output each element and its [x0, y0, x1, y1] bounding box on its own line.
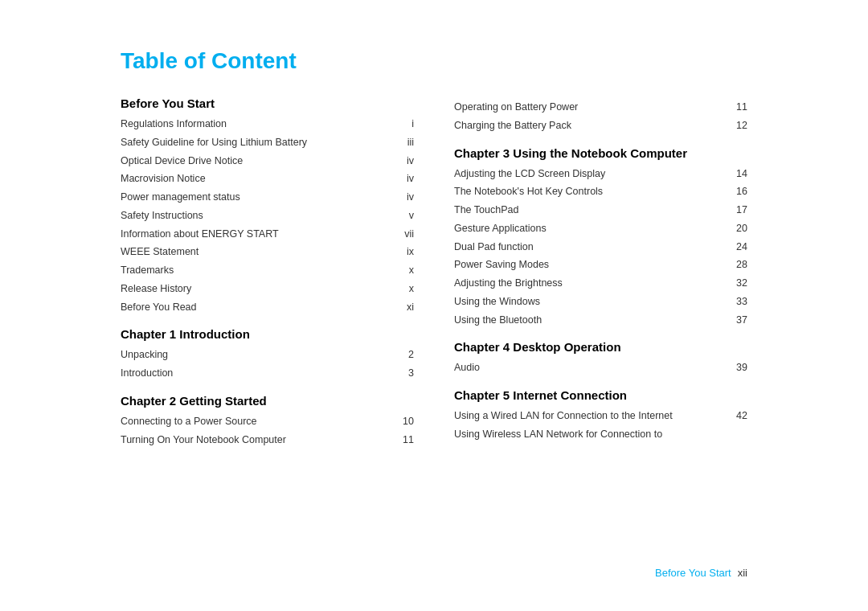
entry-page: ix: [398, 244, 414, 260]
entry-title: The TouchPad: [454, 203, 731, 218]
toc-entry: Using Wireless LAN Network for Connectio…: [454, 427, 747, 442]
entry-page: 11: [398, 433, 414, 448]
entry-title: Turning On Your Notebook Computer: [121, 433, 398, 448]
entry-title: Adjusting the Brightness: [454, 276, 731, 291]
entry-page: 28: [731, 257, 747, 273]
entry-page: 37: [731, 313, 747, 328]
toc-entry: Power management statusiv: [121, 190, 414, 205]
toc-entry: Unpacking2: [121, 347, 414, 363]
section-heading-right-1: Chapter 3 Using the Notebook Computer: [454, 146, 747, 160]
entry-page: 10: [398, 414, 414, 429]
entry-title: Using Wireless LAN Network for Connectio…: [454, 427, 731, 442]
toc-entry: Release Historyx: [121, 281, 414, 297]
entry-title: Using the Windows: [454, 294, 731, 310]
toc-entry: Connecting to a Power Source10: [121, 414, 414, 429]
toc-entry: Power Saving Modes28: [454, 257, 747, 273]
toc-entry: Macrovision Noticeiv: [121, 171, 414, 187]
toc-entry: Gesture Applications20: [454, 221, 747, 236]
page: Table of Content Before You StartRegulat…: [72, 16, 796, 595]
entry-title: Adjusting the LCD Screen Display: [454, 166, 731, 182]
entry-page: 32: [731, 276, 747, 291]
toc-entry: Trademarksx: [121, 263, 414, 278]
toc-entry: Using a Wired LAN for Connection to the …: [454, 408, 747, 424]
entry-page: 20: [731, 221, 747, 236]
entry-page: iv: [398, 171, 414, 187]
toc-entry: The Notebook's Hot Key Controls16: [454, 184, 747, 199]
page-title: Table of Content: [121, 48, 747, 74]
entry-page: iv: [398, 154, 414, 169]
toc-entry: Adjusting the Brightness32: [454, 276, 747, 291]
entry-page: x: [398, 263, 414, 278]
entry-title: Unpacking: [121, 347, 398, 363]
footer-label: Before You Start: [655, 567, 731, 579]
footer-page: xii: [738, 567, 747, 579]
entry-title: Before You Read: [121, 300, 398, 315]
section-heading-right-2: Chapter 4 Desktop Operation: [454, 340, 747, 354]
toc-entry: The TouchPad17: [454, 203, 747, 218]
toc-entry: Charging the Battery Pack12: [454, 118, 747, 133]
entry-title: Gesture Applications: [454, 221, 731, 236]
toc-entry: Adjusting the LCD Screen Display14: [454, 166, 747, 182]
entry-page: xi: [398, 300, 414, 315]
toc-entry: Regulations Informationi: [121, 117, 414, 132]
entry-title: Using the Bluetooth: [454, 313, 731, 328]
entry-title: Charging the Battery Pack: [454, 118, 731, 133]
toc-entry: Optical Device Drive Noticeiv: [121, 154, 414, 169]
section-heading-left-0: Before You Start: [121, 96, 414, 110]
entry-page: 17: [731, 203, 747, 218]
entry-page: iii: [398, 135, 414, 150]
toc-entry: Using the Windows33: [454, 294, 747, 310]
entry-page: 39: [731, 360, 747, 375]
toc-entry: Operating on Battery Power11: [454, 100, 747, 115]
entry-title: Connecting to a Power Source: [121, 414, 398, 429]
section-heading-right-3: Chapter 5 Internet Connection: [454, 388, 747, 402]
entry-page: 3: [398, 366, 414, 381]
entry-title: Information about ENERGY START: [121, 227, 398, 242]
entry-title: Trademarks: [121, 263, 398, 278]
entry-title: Safety Guideline for Using Lithium Batte…: [121, 135, 398, 150]
entry-title: Using a Wired LAN for Connection to the …: [454, 408, 731, 424]
entry-page: x: [398, 281, 414, 297]
toc-container: Before You StartRegulations Informationi…: [121, 96, 747, 450]
entry-page: iv: [398, 190, 414, 205]
left-column: Before You StartRegulations Informationi…: [121, 96, 414, 450]
toc-entry: WEEE Statementix: [121, 244, 414, 260]
entry-title: The Notebook's Hot Key Controls: [454, 184, 731, 199]
entry-page: 2: [398, 347, 414, 363]
entry-title: Operating on Battery Power: [454, 100, 731, 115]
entry-title: Optical Device Drive Notice: [121, 154, 398, 169]
footer: Before You Start xii: [655, 567, 747, 579]
entry-title: Audio: [454, 360, 731, 375]
toc-entry: Safety Instructionsv: [121, 208, 414, 223]
toc-entry: Before You Readxi: [121, 300, 414, 315]
section-heading-left-1: Chapter 1 Introduction: [121, 327, 414, 341]
entry-page: v: [398, 208, 414, 223]
entry-page: 11: [731, 100, 747, 115]
entry-title: Introduction: [121, 366, 398, 381]
entry-title: Regulations Information: [121, 117, 398, 132]
section-heading-left-2: Chapter 2 Getting Started: [121, 394, 414, 408]
entry-title: Macrovision Notice: [121, 171, 398, 187]
entry-page: 33: [731, 294, 747, 310]
entry-title: WEEE Statement: [121, 244, 398, 260]
right-column: Operating on Battery Power11Charging the…: [454, 96, 747, 450]
toc-entry: Introduction3: [121, 366, 414, 381]
entry-title: Safety Instructions: [121, 208, 398, 223]
entry-page: 24: [731, 240, 747, 255]
toc-entry: Audio39: [454, 360, 747, 375]
entry-title: Release History: [121, 281, 398, 297]
toc-entry: Using the Bluetooth37: [454, 313, 747, 328]
entry-page: 12: [731, 118, 747, 133]
toc-entry: Information about ENERGY STARTvii: [121, 227, 414, 242]
toc-entry: Dual Pad function24: [454, 240, 747, 255]
entry-page: 16: [731, 184, 747, 199]
entry-title: Dual Pad function: [454, 240, 731, 255]
toc-entry: Safety Guideline for Using Lithium Batte…: [121, 135, 414, 150]
entry-page: i: [398, 117, 414, 132]
toc-entry: Turning On Your Notebook Computer11: [121, 433, 414, 448]
entry-title: Power Saving Modes: [454, 257, 731, 273]
entry-page: 14: [731, 166, 747, 182]
entry-page: 42: [731, 408, 747, 424]
entry-title: Power management status: [121, 190, 398, 205]
entry-page: vii: [398, 227, 414, 242]
